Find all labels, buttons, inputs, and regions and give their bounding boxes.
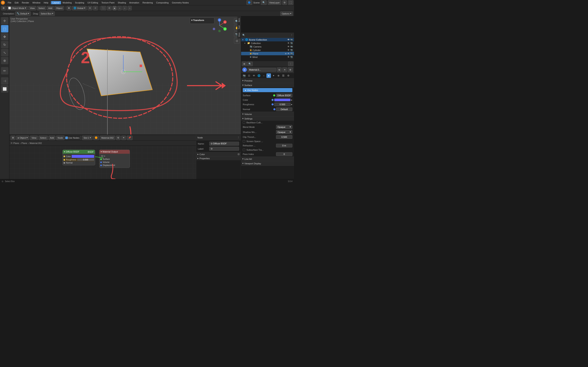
col-render[interactable]: 📷 bbox=[290, 42, 293, 44]
tool-rotate[interactable]: ↻ bbox=[1, 41, 8, 48]
tool-add-cube[interactable]: ⬜ bbox=[1, 85, 8, 92]
clip-thresh-value[interactable]: 0.500 bbox=[276, 135, 292, 139]
render-preview-btn[interactable]: ⬛ bbox=[100, 6, 106, 10]
outliner-collection[interactable]: ▾ 📁 Collection 👁 📷 bbox=[241, 42, 294, 45]
preview-header[interactable]: ▾ Preview bbox=[241, 78, 294, 83]
menu-file[interactable]: File bbox=[6, 1, 13, 4]
color-swatch[interactable] bbox=[274, 99, 291, 101]
tab-animation[interactable]: Animation bbox=[128, 1, 141, 4]
volume-header[interactable]: ▾ Volume bbox=[241, 112, 294, 116]
tool-scale[interactable]: ⤡ bbox=[1, 49, 8, 56]
menu-edit[interactable]: Edit bbox=[13, 1, 20, 4]
np-name-value[interactable]: ⊙ Diffuse BSDF bbox=[209, 142, 239, 146]
col-visibility[interactable]: 👁 bbox=[287, 42, 290, 44]
prop-search-btn[interactable]: 🔍 bbox=[247, 62, 253, 66]
material-name-btn[interactable]: Material.002 bbox=[100, 136, 115, 140]
transform-origin-btn[interactable]: ⊕ bbox=[67, 6, 71, 10]
tool-annotate[interactable]: ✏ bbox=[1, 67, 8, 75]
node-copy-btn[interactable]: ⧉ bbox=[116, 136, 121, 140]
menu-render[interactable]: Render bbox=[20, 1, 31, 4]
screen-space-checkbox[interactable] bbox=[243, 140, 245, 142]
node-roughness-value[interactable]: 0.500 bbox=[77, 159, 94, 161]
cyl-visibility[interactable]: 👁 bbox=[287, 49, 290, 51]
viewport-shading-material[interactable]: ○ bbox=[117, 6, 122, 10]
engine-selector[interactable]: 🔵 bbox=[246, 0, 252, 5]
tool-move[interactable]: ✥ bbox=[1, 33, 8, 40]
object-btn[interactable]: Object bbox=[54, 6, 64, 10]
mat-copy-btn[interactable]: ⧉ bbox=[277, 67, 282, 72]
normal-value[interactable]: Default bbox=[276, 108, 292, 111]
roughness-value[interactable]: 0.500 bbox=[274, 103, 291, 106]
np-properties-header[interactable]: ▸ Properties bbox=[196, 156, 241, 160]
drag-selector[interactable]: Select Box ▾ bbox=[39, 11, 55, 16]
viewport-shading-wireframe[interactable]: ○ bbox=[128, 6, 132, 10]
prop-filter-btn[interactable]: ⋮ bbox=[288, 62, 293, 66]
roughness-expand-btn[interactable]: ▸ bbox=[291, 103, 292, 106]
tool-transform[interactable]: ⊕ bbox=[1, 57, 8, 64]
workspace-selector[interactable]: ⊞ bbox=[1, 6, 6, 10]
menu-help[interactable]: Help bbox=[42, 1, 50, 4]
tool-measure[interactable]: ⊣ bbox=[1, 77, 8, 85]
prop-output-icon[interactable]: ⊡ bbox=[247, 73, 251, 78]
refraction-value[interactable]: 0 m bbox=[276, 144, 292, 147]
np-label-value[interactable]: ⊙ bbox=[209, 147, 239, 151]
new-window-btn[interactable]: ⧉ bbox=[282, 0, 287, 5]
viewport-shading-solid[interactable]: ● bbox=[112, 6, 117, 10]
tab-item[interactable]: Item bbox=[237, 16, 241, 24]
cyl-render[interactable]: 📷 bbox=[290, 49, 293, 51]
np-color-header[interactable]: ▸ Color ⊡ bbox=[196, 152, 241, 156]
view-btn[interactable]: View bbox=[28, 6, 36, 10]
node-color-preview[interactable] bbox=[72, 155, 94, 158]
tab-view[interactable]: View bbox=[237, 31, 241, 39]
use-nodes-checkbox[interactable] bbox=[65, 137, 68, 139]
prop-scene-icon[interactable]: 🌐 bbox=[257, 73, 261, 78]
mat-settings-btn[interactable]: ⚙ bbox=[288, 67, 293, 72]
tab-tool[interactable]: Tool bbox=[237, 24, 241, 31]
mat-close-btn[interactable]: ✕ bbox=[282, 67, 287, 72]
viewport-shading-rendered[interactable]: ○ bbox=[122, 6, 127, 10]
node-workspace-btn[interactable]: ⊞ bbox=[11, 136, 15, 140]
shadow-mode-dropdown[interactable]: Opaque ▾ bbox=[276, 130, 292, 134]
tab-shading[interactable]: Shading bbox=[116, 1, 128, 4]
pass-index-value[interactable]: 0 bbox=[276, 152, 292, 156]
sc-visibility[interactable]: 👁 bbox=[287, 39, 290, 41]
slot-selector[interactable]: Slot 1 ▾ bbox=[82, 136, 93, 140]
mode-selector[interactable]: ⬜ Object Mode ▾ bbox=[7, 6, 27, 10]
prop-material-icon[interactable]: ● bbox=[267, 73, 271, 78]
outliner-camera[interactable]: 📷 Camera 👁 📷 bbox=[241, 45, 294, 48]
prop-workspace-btn[interactable]: ⊞ bbox=[242, 62, 247, 66]
subsurface-checkbox[interactable] bbox=[243, 149, 245, 151]
tab-compositing[interactable]: Compositing bbox=[155, 1, 170, 4]
node-pin-btn[interactable]: 📌 bbox=[127, 136, 132, 140]
line-art-header[interactable]: ▾ Line Art bbox=[241, 157, 294, 161]
tab-modeling[interactable]: Modeling bbox=[61, 1, 73, 4]
prop-render-icon[interactable]: 📷 bbox=[242, 73, 246, 78]
node-view-btn[interactable]: View bbox=[30, 136, 38, 140]
node-material-output[interactable]: ▾ Material Output All ▾ Surface bbox=[99, 150, 130, 168]
blend-mode-dropdown[interactable]: Opaque ▾ bbox=[276, 125, 292, 129]
outliner-cylinder[interactable]: ▣ Cylinder 👁 📷 bbox=[241, 48, 294, 52]
prop-view-icon[interactable]: 👁 bbox=[252, 73, 256, 78]
orientation-selector[interactable]: 🔧 Default ▾ bbox=[15, 11, 31, 16]
node-diffuse-bsdf[interactable]: ▾ Diffuse BSDF BSDF Color Roughness 0.50 bbox=[62, 150, 95, 165]
vd-header[interactable]: ▾ Viewport Display bbox=[241, 161, 294, 166]
proportional-btn[interactable]: ⊂ bbox=[93, 6, 98, 10]
pln-render[interactable]: 📷 bbox=[290, 52, 293, 55]
use-nodes-btn[interactable]: ● Use Nodes bbox=[243, 88, 292, 92]
use-nodes-toggle[interactable]: Use Nodes bbox=[65, 137, 79, 139]
tab-uv-editing[interactable]: UV Editing bbox=[86, 1, 100, 4]
backface-checkbox[interactable] bbox=[243, 121, 245, 124]
node-mode-selector[interactable]: ● Object ▾ bbox=[16, 136, 29, 140]
pln-visibility[interactable]: 👁 bbox=[287, 52, 290, 55]
overlay-btn[interactable]: ⊙ bbox=[107, 6, 112, 10]
prop-particles-icon[interactable]: ✦ bbox=[271, 73, 276, 78]
prop-modifiers-icon[interactable]: ⚙ bbox=[286, 73, 291, 78]
mat-sphere-icon[interactable]: ● bbox=[242, 67, 247, 72]
settings-header[interactable]: ▾ Settings bbox=[241, 117, 294, 121]
tab-texture-paint[interactable]: Texture Paint bbox=[100, 1, 116, 4]
material-name-field[interactable]: Material.0... bbox=[248, 68, 276, 72]
select-btn[interactable]: Select bbox=[37, 6, 46, 10]
node-node-btn[interactable]: Node bbox=[56, 136, 64, 140]
outliner-scene-collection[interactable]: ▾ 🌐 Scene Collection 👁 📷 bbox=[241, 38, 294, 42]
tab-sculpting[interactable]: Sculpting bbox=[73, 1, 86, 4]
